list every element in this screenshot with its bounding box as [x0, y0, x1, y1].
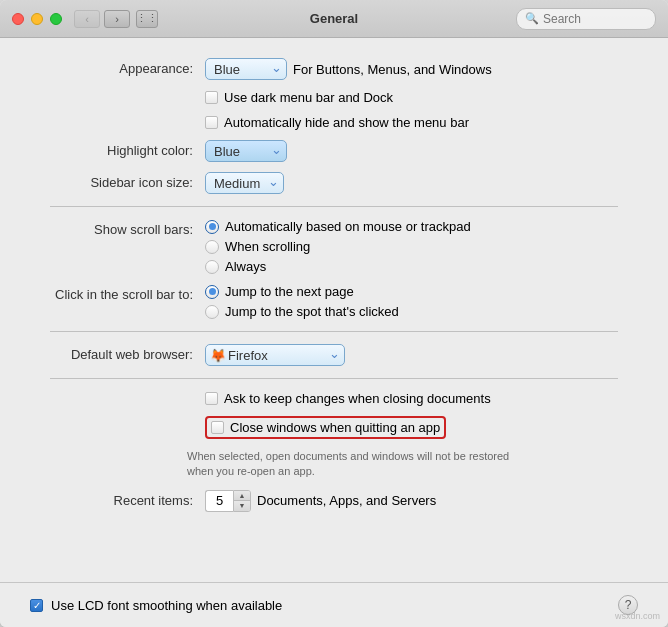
- settings-section-2: Recent items: 5 ▲ ▼ Documents, Apps, and…: [0, 490, 668, 512]
- stepper-arrows: ▲ ▼: [233, 490, 251, 512]
- divider-3: [50, 378, 618, 379]
- appearance-select[interactable]: Blue Graphite: [205, 58, 287, 80]
- ask-keep-spacer: [30, 391, 205, 394]
- click-next-radio[interactable]: [205, 285, 219, 299]
- ask-keep-control: Ask to keep changes when closing documen…: [205, 391, 491, 406]
- scroll-always-option: Always: [205, 259, 471, 274]
- highlight-row: Highlight color: Blue Graphite Red Orang…: [30, 140, 638, 162]
- auto-hide-checkbox[interactable]: [205, 116, 218, 129]
- browser-control: Firefox Safari Chrome 🦊: [205, 344, 345, 366]
- scroll-always-label: Always: [225, 259, 266, 274]
- ask-keep-checkbox[interactable]: [205, 392, 218, 405]
- appearance-row: Appearance: Blue Graphite For Buttons, M…: [30, 58, 638, 80]
- browser-label: Default web browser:: [30, 344, 205, 362]
- recent-items-row: Recent items: 5 ▲ ▼ Documents, Apps, and…: [30, 490, 638, 512]
- scroll-bars-row: Show scroll bars: Automatically based on…: [30, 219, 638, 274]
- spacer-2: [0, 480, 668, 490]
- close-windows-spacer: [30, 416, 205, 419]
- appearance-label: Appearance:: [30, 58, 205, 76]
- scroll-scrolling-label: When scrolling: [225, 239, 310, 254]
- click-spot-label: Jump to the spot that's clicked: [225, 304, 399, 319]
- scroll-always-radio[interactable]: [205, 260, 219, 274]
- click-scroll-radio-group: Jump to the next page Jump to the spot t…: [205, 284, 399, 319]
- scroll-scrolling-radio[interactable]: [205, 240, 219, 254]
- click-next-option: Jump to the next page: [205, 284, 399, 299]
- close-windows-row: Close windows when quitting an app: [30, 416, 638, 439]
- titlebar: ‹ › ⋮⋮ General 🔍: [0, 0, 668, 38]
- close-button[interactable]: [12, 13, 24, 25]
- sidebar-size-select[interactable]: Small Medium Large: [205, 172, 284, 194]
- dark-menu-spacer: [30, 90, 205, 93]
- appearance-note: For Buttons, Menus, and Windows: [293, 62, 492, 77]
- highlight-select-wrapper: Blue Graphite Red Orange Yellow Green Pu…: [205, 140, 287, 162]
- scroll-scrolling-option: When scrolling: [205, 239, 471, 254]
- auto-hide-label: Automatically hide and show the menu bar: [224, 115, 469, 130]
- recent-items-label: Recent items:: [30, 490, 205, 508]
- settings-section: Appearance: Blue Graphite For Buttons, M…: [0, 58, 668, 439]
- highlight-control: Blue Graphite Red Orange Yellow Green Pu…: [205, 140, 287, 162]
- window-title: General: [310, 11, 358, 26]
- auto-hide-row: Automatically hide and show the menu bar: [30, 115, 638, 130]
- close-windows-control: Close windows when quitting an app: [205, 416, 446, 439]
- dark-menu-control: Use dark menu bar and Dock: [205, 90, 393, 105]
- search-box[interactable]: 🔍: [516, 8, 656, 30]
- divider-2: [50, 331, 618, 332]
- close-windows-highlight: Close windows when quitting an app: [205, 416, 446, 439]
- minimize-button[interactable]: [31, 13, 43, 25]
- appearance-select-wrapper: Blue Graphite: [205, 58, 287, 80]
- sidebar-size-control: Small Medium Large: [205, 172, 284, 194]
- browser-select[interactable]: Firefox Safari Chrome: [205, 344, 345, 366]
- lcd-smoothing-label: Use LCD font smoothing when available: [51, 598, 282, 613]
- watermark: wsxdn.com: [615, 611, 660, 621]
- auto-hide-control: Automatically hide and show the menu bar: [205, 115, 469, 130]
- grid-button[interactable]: ⋮⋮: [136, 10, 158, 28]
- close-windows-note: When selected, open documents and window…: [187, 449, 537, 480]
- click-scroll-label: Click in the scroll bar to:: [30, 284, 205, 302]
- nav-buttons: ‹ ›: [74, 10, 130, 28]
- auto-hide-spacer: [30, 115, 205, 118]
- sidebar-size-select-wrapper: Small Medium Large: [205, 172, 284, 194]
- content: Appearance: Blue Graphite For Buttons, M…: [0, 38, 668, 582]
- recent-items-value: 5: [205, 490, 233, 512]
- recent-items-stepper: 5 ▲ ▼: [205, 490, 251, 512]
- search-icon: 🔍: [525, 12, 539, 25]
- lcd-smoothing-checkbox[interactable]: ✓: [30, 599, 43, 612]
- sidebar-size-label: Sidebar icon size:: [30, 172, 205, 190]
- scroll-auto-label: Automatically based on mouse or trackpad: [225, 219, 471, 234]
- traffic-lights: [12, 13, 62, 25]
- search-input[interactable]: [543, 12, 647, 26]
- forward-button[interactable]: ›: [104, 10, 130, 28]
- ask-keep-row: Ask to keep changes when closing documen…: [30, 391, 638, 406]
- scroll-auto-radio[interactable]: [205, 220, 219, 234]
- close-windows-checkbox[interactable]: [211, 421, 224, 434]
- browser-select-wrapper: Firefox Safari Chrome 🦊: [205, 344, 345, 366]
- stepper-down-button[interactable]: ▼: [234, 501, 250, 511]
- click-spot-option: Jump to the spot that's clicked: [205, 304, 399, 319]
- dark-menu-row: Use dark menu bar and Dock: [30, 90, 638, 105]
- maximize-button[interactable]: [50, 13, 62, 25]
- sidebar-size-row: Sidebar icon size: Small Medium Large: [30, 172, 638, 194]
- dark-menu-label: Use dark menu bar and Dock: [224, 90, 393, 105]
- stepper-up-button[interactable]: ▲: [234, 491, 250, 501]
- appearance-control: Blue Graphite For Buttons, Menus, and Wi…: [205, 58, 492, 80]
- window: ‹ › ⋮⋮ General 🔍 Appearance: Blue Graphi…: [0, 0, 668, 627]
- scroll-bars-radio-group: Automatically based on mouse or trackpad…: [205, 219, 471, 274]
- scroll-bars-label: Show scroll bars:: [30, 219, 205, 237]
- highlight-select[interactable]: Blue Graphite Red Orange Yellow Green Pu…: [205, 140, 287, 162]
- browser-row: Default web browser: Firefox Safari Chro…: [30, 344, 638, 366]
- scroll-auto-option: Automatically based on mouse or trackpad: [205, 219, 471, 234]
- bottom-section: ✓ Use LCD font smoothing when available …: [0, 582, 668, 627]
- click-next-label: Jump to the next page: [225, 284, 354, 299]
- recent-items-control: 5 ▲ ▼ Documents, Apps, and Servers: [205, 490, 436, 512]
- click-spot-radio[interactable]: [205, 305, 219, 319]
- close-windows-label: Close windows when quitting an app: [230, 420, 440, 435]
- ask-keep-label: Ask to keep changes when closing documen…: [224, 391, 491, 406]
- highlight-label: Highlight color:: [30, 140, 205, 158]
- dark-menu-checkbox[interactable]: [205, 91, 218, 104]
- divider-1: [50, 206, 618, 207]
- click-scroll-row: Click in the scroll bar to: Jump to the …: [30, 284, 638, 319]
- back-button[interactable]: ‹: [74, 10, 100, 28]
- recent-items-note: Documents, Apps, and Servers: [257, 493, 436, 508]
